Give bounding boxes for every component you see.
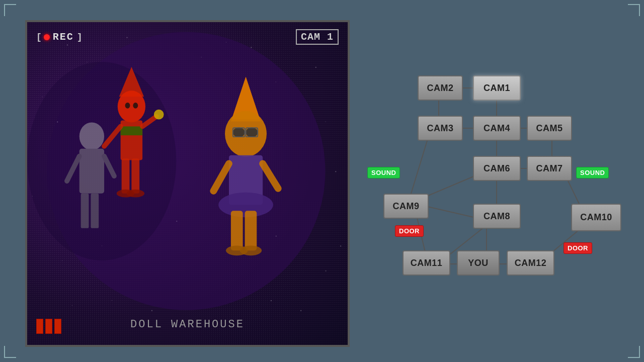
corner-bl	[4, 346, 16, 358]
svg-point-44	[246, 127, 258, 137]
svg-rect-8	[315, 67, 316, 68]
svg-rect-18	[151, 310, 152, 311]
svg-rect-17	[226, 42, 226, 43]
characters-display	[27, 22, 348, 345]
cam-node-cam2[interactable]: CAM2	[418, 75, 463, 101]
svg-rect-58	[276, 236, 277, 237]
corner-tr	[628, 4, 640, 16]
cam-node-cam12[interactable]: CAM12	[507, 250, 554, 276]
cam-node-cam8[interactable]: CAM8	[473, 204, 521, 229]
cam-node-cam9[interactable]: CAM9	[383, 194, 429, 219]
svg-rect-26	[121, 126, 142, 135]
svg-point-29	[154, 110, 164, 120]
cam-node-cam5[interactable]: CAM5	[527, 116, 572, 141]
svg-rect-52	[231, 211, 243, 250]
svg-rect-38	[81, 194, 89, 228]
svg-rect-31	[131, 159, 139, 194]
svg-rect-39	[91, 194, 99, 228]
camera-map: CAM2 CAM1 CAM3 CAM4 CAM5 CAM6 CAM7 CAM9 …	[367, 45, 629, 337]
svg-rect-35	[79, 149, 104, 194]
svg-rect-19	[112, 300, 112, 301]
svg-rect-60	[326, 270, 327, 272]
cam-node-cam6[interactable]: CAM6	[473, 156, 521, 181]
svg-rect-2	[67, 44, 68, 45]
svg-rect-5	[201, 57, 202, 57]
cam-node-cam1[interactable]: CAM1	[473, 75, 521, 101]
svg-rect-10	[57, 122, 58, 123]
svg-rect-3	[87, 62, 88, 62]
door-badge-1: DOOR	[395, 225, 424, 237]
svg-rect-56	[176, 221, 177, 222]
svg-rect-30	[122, 159, 130, 194]
svg-rect-9	[42, 97, 43, 97]
svg-point-43	[233, 127, 245, 137]
svg-rect-11	[326, 122, 326, 122]
svg-rect-15	[72, 305, 72, 306]
svg-line-78	[411, 136, 429, 194]
svg-rect-7	[276, 82, 276, 82]
svg-point-24	[133, 103, 138, 109]
corner-tl	[4, 4, 16, 16]
door-badge-2: DOOR	[564, 242, 592, 254]
svg-point-33	[127, 190, 145, 198]
sound-badge-2: SOUND	[576, 167, 609, 178]
svg-rect-53	[245, 211, 257, 250]
cam-node-you[interactable]: YOU	[457, 250, 500, 276]
svg-rect-59	[62, 260, 62, 261]
cam-node-cam4[interactable]: CAM4	[473, 116, 521, 141]
cam-node-cam7[interactable]: CAM7	[527, 156, 572, 181]
svg-rect-6	[251, 47, 252, 48]
svg-rect-57	[102, 245, 102, 246]
svg-point-23	[125, 103, 130, 109]
camera-viewport: [ REC ] CAM 1 DOLL WAREHOUSE	[25, 20, 350, 347]
cam-node-cam3[interactable]: CAM3	[418, 116, 463, 141]
svg-point-55	[240, 245, 262, 255]
svg-rect-12	[335, 171, 336, 172]
svg-rect-4	[127, 37, 128, 38]
svg-rect-20	[271, 300, 272, 301]
svg-rect-13	[32, 196, 33, 197]
svg-rect-16	[300, 310, 301, 311]
svg-point-34	[79, 122, 104, 150]
svg-point-22	[118, 90, 145, 122]
corner-br	[628, 346, 640, 358]
sound-badge-1: SOUND	[367, 167, 400, 178]
svg-rect-14	[340, 245, 341, 246]
cam-node-cam10[interactable]: CAM10	[571, 204, 621, 231]
cam-node-cam11[interactable]: CAM11	[403, 250, 450, 276]
